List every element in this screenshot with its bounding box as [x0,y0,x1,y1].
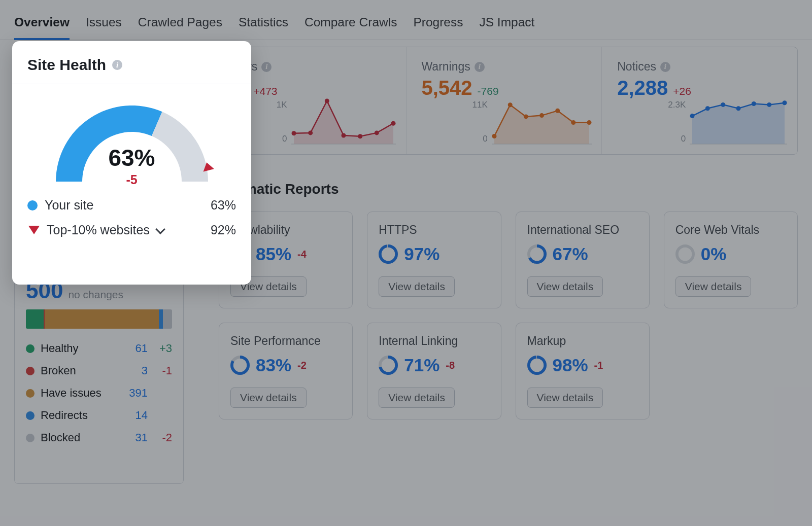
notices-delta: +26 [673,85,691,97]
info-icon[interactable]: i [112,60,122,70]
thematic-section: Thematic Reports Crawlability 85% -4 Vie… [198,166,798,419]
card-notices[interactable]: Notices i 2,288 +26 2.3K 0 [601,47,797,154]
notices-value: 2,288 [617,77,668,99]
svg-point-13 [571,120,576,125]
info-icon[interactable]: i [660,62,670,72]
progress-ring-icon [379,356,398,375]
tab-statistics[interactable]: Statistics [239,15,288,40]
legend-row[interactable]: Redirects 14 [26,409,172,422]
chevron-down-icon[interactable] [155,224,165,234]
tab-crawled-pages[interactable]: Crawled Pages [138,15,222,40]
view-details-button[interactable]: View details [379,388,455,408]
progress-ring-icon [675,244,695,264]
errors-delta: +473 [253,85,277,97]
warnings-value: 5,542 [422,77,472,99]
errors-ytick-max: 1K [277,100,287,110]
svg-point-22 [783,100,787,105]
report-name: Core Web Vitals [675,223,786,237]
legend-top10[interactable]: Top-10% websites 92% [27,223,236,237]
svg-point-37 [528,357,545,373]
legend-row[interactable]: Broken 3 -1 [26,364,172,377]
view-details-button[interactable]: View details [379,276,455,297]
gauge-percent: 63% [12,144,251,171]
legend-label: Broken [41,364,76,377]
report-delta: -8 [446,360,455,371]
tab-progress[interactable]: Progress [413,15,463,40]
legend-label: Blocked [41,431,80,444]
svg-point-20 [752,101,756,106]
legend-value: 3 [125,364,148,377]
report-name: Markup [527,334,638,348]
report-card[interactable]: HTTPS 97% View details [367,212,501,308]
errors-ytick-min: 0 [282,134,287,144]
progress-ring-icon [527,356,547,375]
warnings-ytick-min: 0 [483,134,487,144]
segment[interactable] [163,309,172,329]
info-icon[interactable]: i [261,62,272,72]
dot-icon [26,344,35,353]
report-name: HTTPS [379,223,489,237]
report-pct: 71% [404,355,439,375]
report-card[interactable]: International SEO 67% View details [516,212,650,308]
segment[interactable] [26,309,44,329]
svg-point-18 [721,102,725,107]
legend-row[interactable]: Blocked 31 -2 [26,431,172,444]
popup-site-health: Site Health i 63% -5 Your site 63% Top-1… [12,41,251,285]
svg-point-5 [374,130,379,135]
report-card[interactable]: Site Performance 83% -2 View details [219,323,353,419]
legend-your-site-pct: 63% [211,198,236,213]
report-name: Internal Linking [379,334,489,348]
segment[interactable] [45,309,159,329]
svg-point-17 [705,106,710,111]
tab-overview[interactable]: Overview [14,15,70,40]
progress-ring-icon [379,244,398,264]
legend-your-site: Your site 63% [27,198,236,213]
tab-compare-crawls[interactable]: Compare Crawls [304,15,397,40]
crawled-segment-bar [26,309,172,329]
view-details-button[interactable]: View details [675,276,752,297]
thematic-title: Thematic Reports [219,181,798,197]
svg-point-6 [391,121,395,126]
segment[interactable] [159,309,163,329]
svg-point-16 [690,114,695,118]
report-pct: 98% [553,355,588,375]
report-pct: 67% [553,244,588,264]
gauge-delta: -5 [12,172,251,187]
legend-row[interactable]: Have issues 391 [26,387,172,400]
tab-issues[interactable]: Issues [86,15,122,40]
site-health-title: Site Health [27,56,106,74]
svg-point-21 [767,102,771,107]
svg-point-1 [308,130,313,135]
report-card[interactable]: Internal Linking 71% -8 View details [367,323,501,419]
svg-point-14 [587,120,591,125]
tabs-bar: Overview Issues Crawled Pages Statistics… [0,0,812,40]
legend-your-site-label: Your site [45,198,93,213]
warnings-title: Warnings [422,60,470,74]
legend-row[interactable]: Healthy 61 +3 [26,342,172,355]
notices-ytick-max: 2.3K [668,100,686,110]
view-details-button[interactable]: View details [527,276,603,297]
report-card[interactable]: Markup 98% -1 View details [516,323,650,419]
legend-label: Redirects [41,409,88,422]
svg-point-2 [324,99,329,103]
dot-icon [26,367,35,375]
svg-point-10 [524,114,528,119]
legend-label: Have issues [41,387,101,400]
warnings-delta: -769 [478,85,499,97]
notices-title: Notices [617,60,656,74]
view-details-button[interactable]: View details [230,388,307,408]
svg-point-19 [736,106,741,111]
legend-delta: -1 [152,364,172,377]
card-warnings[interactable]: Warnings i 5,542 -769 11K 0 [406,47,602,154]
dot-icon [26,411,35,420]
triangle-down-icon [28,226,40,234]
info-icon[interactable]: i [475,62,485,72]
report-card[interactable]: Core Web Vitals 0% View details [664,212,798,308]
legend-value: 14 [125,409,148,422]
svg-point-8 [492,134,496,138]
view-details-button[interactable]: View details [527,388,603,408]
notices-spark [690,98,787,146]
tab-js-impact[interactable]: JS Impact [479,15,534,40]
report-delta: -4 [297,249,307,260]
report-name: Site Performance [230,334,341,348]
